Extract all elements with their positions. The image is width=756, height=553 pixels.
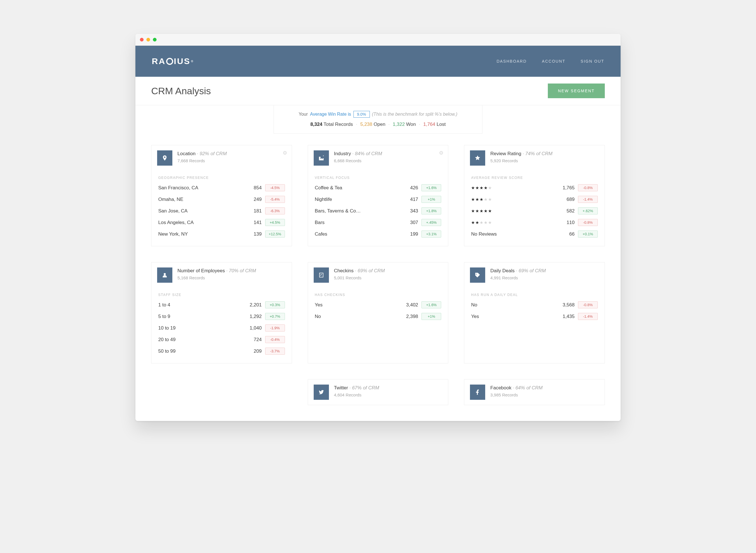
row-value: 417: [394, 196, 418, 202]
data-row[interactable]: Yes3,402+1.6%: [315, 299, 441, 311]
card-records: 5,920 Records: [490, 158, 552, 163]
star-icon: [470, 150, 485, 166]
data-row[interactable]: 20 to 49724-0.4%: [158, 334, 285, 345]
card-header: Checkins · 69% of CRM5,001 Records: [308, 262, 448, 288]
card-checkins: Checkins · 69% of CRM5,001 RecordsHAS CH…: [308, 262, 448, 364]
benchmark-prefix: Your: [299, 112, 308, 117]
row-delta: -1.9%: [265, 324, 285, 331]
row-value: 110: [551, 220, 575, 225]
card-header: Location · 92% of CRM7,668 Records⚙: [152, 145, 292, 171]
card-coverage: · 92% of CRM: [197, 151, 227, 156]
card-rows: No3,568-0.8%Yes1,435-1.4%: [464, 299, 604, 328]
maximize-icon[interactable]: [153, 38, 157, 42]
data-row[interactable]: Yes1,435-1.4%: [471, 311, 598, 322]
data-row[interactable]: New York, NY139+12.5%: [158, 228, 285, 240]
row-value: 2,201: [238, 302, 262, 308]
card-review: Review Rating · 74% of CRM5,920 RecordsA…: [464, 145, 605, 246]
page-header: CRM Analysis NEW SEGMENT: [136, 77, 620, 105]
data-row[interactable]: No2,398+1%: [315, 311, 441, 322]
data-row[interactable]: San Francisco, CA854-4.5%: [158, 182, 285, 193]
gear-icon[interactable]: ⚙: [439, 150, 443, 156]
data-row[interactable]: ★★★★★110-0.8%: [471, 217, 598, 228]
card-title-block: Industry · 84% of CRM6,668 Records: [334, 150, 382, 163]
row-delta: -1.4%: [578, 313, 598, 320]
row-value: 3,568: [551, 302, 575, 308]
gear-icon[interactable]: ⚙: [283, 150, 287, 156]
row-label: New York, NY: [158, 231, 234, 237]
data-row[interactable]: San Jose, CA181-6.3%: [158, 205, 285, 217]
card-title-block: Twitter · 67% of CRM4,604 Records: [334, 385, 380, 397]
row-label: San Francisco, CA: [158, 185, 234, 191]
data-row[interactable]: Cafes199+3.1%: [315, 228, 441, 240]
people-icon: [157, 267, 172, 283]
card-title: Number of Employees · 70% of CRM: [177, 268, 256, 274]
brand-d-icon: [166, 58, 173, 65]
card-records: 5,001 Records: [334, 275, 385, 280]
card-section-label: VERTICAL FOCUS: [308, 171, 448, 182]
card-rows: 1 to 42,201+0.3%5 to 91,292+0.7%10 to 19…: [152, 299, 292, 363]
row-label: ★★★★★: [471, 185, 547, 191]
card-header: Number of Employees · 70% of CRM5,168 Re…: [152, 262, 292, 288]
card-coverage: · 84% of CRM: [352, 151, 382, 156]
data-row[interactable]: ★★★★★1,765-0.8%: [471, 182, 598, 193]
row-value: 209: [238, 348, 262, 354]
new-segment-button[interactable]: NEW SEGMENT: [548, 83, 605, 98]
top-nav: RAIUS® DASHBOARD ACCOUNT SIGN OUT: [136, 46, 620, 77]
row-delta: -6.3%: [265, 208, 285, 215]
row-label: Coffee & Tea: [315, 185, 391, 191]
row-delta: +3.1%: [421, 231, 441, 238]
card-title-block: Location · 92% of CRM7,668 Records: [177, 150, 227, 163]
data-row[interactable]: No Reviews66+0.1%: [471, 228, 598, 240]
benchmark-row-2: 8,324 Total Records · 5,238 Open · 1,322…: [285, 122, 471, 127]
nav-dashboard[interactable]: DASHBOARD: [497, 59, 527, 64]
row-value: 3,402: [394, 302, 418, 308]
row-delta: +0.3%: [265, 301, 285, 308]
facebook-icon: [470, 385, 485, 400]
row-value: 66: [551, 231, 575, 237]
card-rows: ★★★★★1,765-0.8%★★★★★689-1.4%★★★★★582+.62…: [464, 182, 604, 246]
data-row[interactable]: Nightlife417+1%: [315, 193, 441, 205]
data-row[interactable]: Coffee & Tea426+1.6%: [315, 182, 441, 193]
factory-icon: [314, 150, 329, 166]
row-value: 139: [238, 231, 262, 237]
card-title-block: Number of Employees · 70% of CRM5,168 Re…: [177, 267, 256, 280]
card-rows: Coffee & Tea426+1.6%Nightlife417+1%Bars,…: [308, 182, 448, 246]
nav-account[interactable]: ACCOUNT: [542, 59, 565, 64]
data-row[interactable]: Bars, Taverns & Co…343+1.8%: [315, 205, 441, 217]
row-delta: +.45%: [421, 219, 441, 226]
row-value: 199: [394, 231, 418, 237]
row-label: ★★★★★: [471, 196, 547, 202]
row-value: 426: [394, 185, 418, 191]
close-icon[interactable]: [140, 38, 144, 42]
data-row[interactable]: Los Angeles, CA141+4.5%: [158, 217, 285, 228]
row-value: 1,040: [238, 325, 262, 331]
card-header: Twitter · 67% of CRM4,604 Records: [308, 380, 448, 405]
benchmark-link[interactable]: Average Win Rate is: [310, 112, 351, 117]
row-delta: +1.6%: [421, 184, 441, 191]
card-section-label: HAS RUN A DAILY DEAL: [464, 288, 604, 299]
card-deals: Daily Deals · 69% of CRM4,991 RecordsHAS…: [464, 262, 605, 364]
open-count: 5,238: [360, 122, 372, 127]
benchmark-row-1: Your Average Win Rate is 9.0% (This is t…: [285, 111, 471, 117]
cards-grid: Location · 92% of CRM7,668 Records⚙GEOGR…: [136, 145, 620, 421]
data-row[interactable]: Bars307+.45%: [315, 217, 441, 228]
data-row[interactable]: Omaha, NE249-5.4%: [158, 193, 285, 205]
minimize-icon[interactable]: [146, 38, 150, 42]
twitter-icon: [314, 385, 329, 400]
row-delta: -0.8%: [578, 219, 598, 226]
data-row[interactable]: 10 to 191,040-1.9%: [158, 322, 285, 334]
row-value: 854: [238, 185, 262, 191]
nav-signout[interactable]: SIGN OUT: [581, 59, 604, 64]
data-row[interactable]: No3,568-0.8%: [471, 299, 598, 311]
data-row[interactable]: 50 to 99209-3.7%: [158, 345, 285, 357]
data-row[interactable]: 1 to 42,201+0.3%: [158, 299, 285, 311]
row-label: Omaha, NE: [158, 196, 234, 202]
brand-logo[interactable]: RAIUS®: [152, 57, 194, 66]
window-titlebar: [136, 34, 620, 46]
data-row[interactable]: 5 to 91,292+0.7%: [158, 311, 285, 322]
row-label: 50 to 99: [158, 348, 234, 354]
data-row[interactable]: ★★★★★582+.62%: [471, 205, 598, 217]
row-value: 307: [394, 220, 418, 225]
card-coverage: · 70% of CRM: [226, 268, 256, 273]
data-row[interactable]: ★★★★★689-1.4%: [471, 193, 598, 205]
